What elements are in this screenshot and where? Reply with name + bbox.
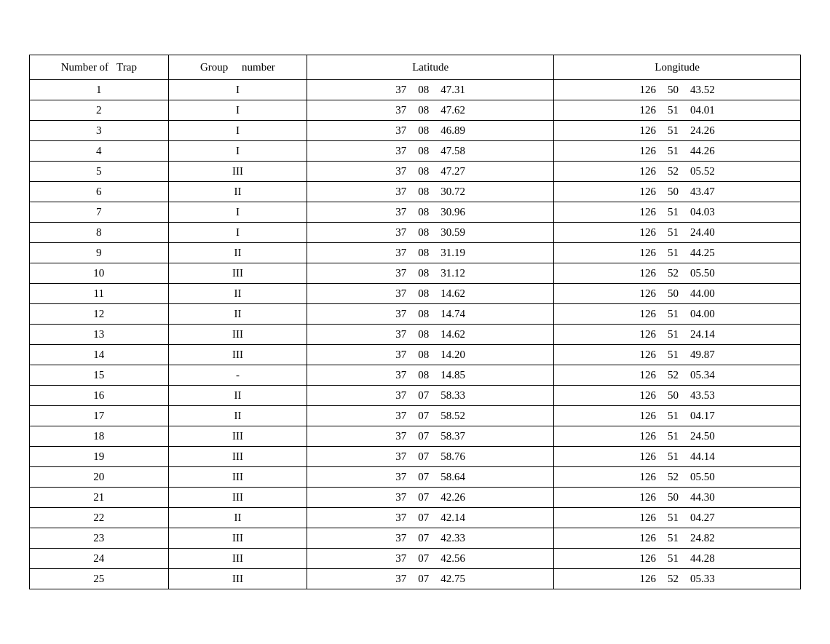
cell-trap-number: 25 xyxy=(30,569,169,589)
latitude-value: 370742.75 xyxy=(395,573,465,585)
header-trap-number: Number of Trap xyxy=(30,55,169,80)
table-row: 5III370847.271265205.52 xyxy=(30,162,801,182)
cell-trap-number: 1 xyxy=(30,80,169,100)
table-row: 22II370742.141265104.27 xyxy=(30,508,801,528)
cell-group: I xyxy=(168,141,307,162)
cell-latitude: 370742.75 xyxy=(307,569,554,589)
latitude-value: 370758.33 xyxy=(395,389,465,402)
longitude-value: 1265205.50 xyxy=(639,267,714,279)
cell-trap-number: 18 xyxy=(30,426,169,447)
cell-trap-number: 10 xyxy=(30,263,169,284)
cell-longitude: 1265044.00 xyxy=(554,284,801,304)
longitude-value: 1265043.52 xyxy=(639,84,714,96)
latitude-value: 370742.26 xyxy=(395,491,465,504)
longitude-value: 1265144.26 xyxy=(639,145,714,157)
cell-trap-number: 14 xyxy=(30,345,169,365)
cell-trap-number: 9 xyxy=(30,243,169,263)
cell-group: II xyxy=(168,508,307,528)
longitude-value: 1265104.03 xyxy=(639,206,714,218)
cell-group: III xyxy=(168,467,307,488)
latitude-value: 370830.59 xyxy=(395,226,465,239)
cell-group: II xyxy=(168,386,307,406)
cell-trap-number: 6 xyxy=(30,182,169,202)
cell-longitude: 1265205.33 xyxy=(554,569,801,589)
latitude-value: 370847.58 xyxy=(395,145,465,157)
header-longitude: Longitude xyxy=(554,55,801,80)
table-row: 13III370814.621265124.14 xyxy=(30,325,801,345)
latitude-value: 370758.37 xyxy=(395,430,465,442)
longitude-value: 1265144.28 xyxy=(639,552,714,565)
longitude-value: 1265149.87 xyxy=(639,349,714,361)
cell-latitude: 370758.64 xyxy=(307,467,554,488)
cell-trap-number: 24 xyxy=(30,549,169,569)
header-group-number: Group number xyxy=(168,55,307,80)
cell-latitude: 370830.96 xyxy=(307,202,554,223)
cell-group: III xyxy=(168,162,307,182)
latitude-value: 370742.14 xyxy=(395,512,465,524)
cell-latitude: 370742.33 xyxy=(307,528,554,549)
cell-latitude: 370742.56 xyxy=(307,549,554,569)
table-row: 17II370758.521265104.17 xyxy=(30,406,801,426)
table-row: 21III370742.261265044.30 xyxy=(30,488,801,508)
cell-latitude: 370758.76 xyxy=(307,447,554,467)
cell-longitude: 1265124.82 xyxy=(554,528,801,549)
cell-latitude: 370758.33 xyxy=(307,386,554,406)
latitude-value: 370814.62 xyxy=(395,328,465,341)
table-row: 4I370847.581265144.26 xyxy=(30,141,801,162)
cell-longitude: 1265043.52 xyxy=(554,80,801,100)
cell-group: III xyxy=(168,426,307,447)
cell-trap-number: 15 xyxy=(30,365,169,386)
cell-trap-number: 2 xyxy=(30,100,169,121)
cell-group: I xyxy=(168,121,307,141)
cell-latitude: 370814.62 xyxy=(307,284,554,304)
cell-group: I xyxy=(168,80,307,100)
latitude-value: 370830.96 xyxy=(395,206,465,218)
cell-longitude: 1265205.50 xyxy=(554,467,801,488)
table-row: 15-370814.851265205.34 xyxy=(30,365,801,386)
table-row: 3I370846.891265124.26 xyxy=(30,121,801,141)
cell-group: III xyxy=(168,528,307,549)
cell-longitude: 1265205.50 xyxy=(554,263,801,284)
longitude-value: 1265144.25 xyxy=(639,247,714,259)
cell-trap-number: 3 xyxy=(30,121,169,141)
cell-latitude: 370831.12 xyxy=(307,263,554,284)
cell-longitude: 1265043.53 xyxy=(554,386,801,406)
cell-latitude: 370846.89 xyxy=(307,121,554,141)
header-latitude: Latitude xyxy=(307,55,554,80)
cell-group: III xyxy=(168,569,307,589)
cell-trap-number: 19 xyxy=(30,447,169,467)
longitude-value: 1265104.00 xyxy=(639,308,714,320)
table-row: 11II370814.621265044.00 xyxy=(30,284,801,304)
cell-longitude: 1265205.52 xyxy=(554,162,801,182)
cell-longitude: 1265043.47 xyxy=(554,182,801,202)
cell-group: I xyxy=(168,223,307,243)
cell-group: III xyxy=(168,447,307,467)
cell-group: II xyxy=(168,406,307,426)
table-row: 24III370742.561265144.28 xyxy=(30,549,801,569)
cell-latitude: 370814.74 xyxy=(307,304,554,325)
coordinates-table: Number of Trap Group number Latitude Lon… xyxy=(29,55,801,589)
cell-latitude: 370758.52 xyxy=(307,406,554,426)
table-row: 10III370831.121265205.50 xyxy=(30,263,801,284)
cell-latitude: 370814.20 xyxy=(307,345,554,365)
longitude-value: 1265144.14 xyxy=(639,450,714,463)
table-row: 8I370830.591265124.40 xyxy=(30,223,801,243)
latitude-value: 370742.33 xyxy=(395,532,465,544)
cell-longitude: 1265144.25 xyxy=(554,243,801,263)
cell-group: I xyxy=(168,100,307,121)
cell-trap-number: 16 xyxy=(30,386,169,406)
longitude-value: 1265124.82 xyxy=(639,532,714,544)
cell-longitude: 1265124.50 xyxy=(554,426,801,447)
cell-latitude: 370831.19 xyxy=(307,243,554,263)
cell-group: II xyxy=(168,304,307,325)
cell-trap-number: 21 xyxy=(30,488,169,508)
cell-group: III xyxy=(168,263,307,284)
table-row: 2I370847.621265104.01 xyxy=(30,100,801,121)
longitude-value: 1265043.47 xyxy=(639,186,714,198)
latitude-value: 370814.85 xyxy=(395,369,465,381)
cell-longitude: 1265124.26 xyxy=(554,121,801,141)
table-row: 7I370830.961265104.03 xyxy=(30,202,801,223)
cell-trap-number: 12 xyxy=(30,304,169,325)
header-row: Number of Trap Group number Latitude Lon… xyxy=(30,55,801,80)
longitude-value: 1265104.01 xyxy=(639,104,714,116)
